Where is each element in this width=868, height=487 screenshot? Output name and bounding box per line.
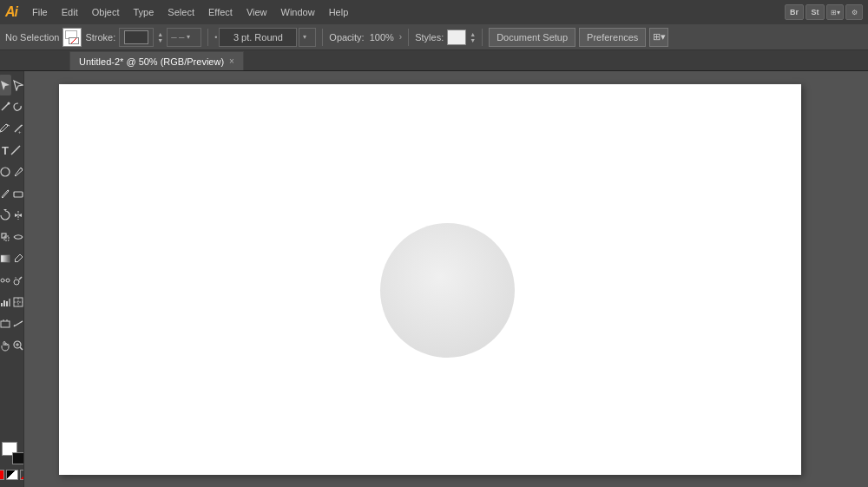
- styles-label: Styles:: [415, 32, 444, 43]
- workspace-button[interactable]: ⊞▾: [826, 4, 844, 20]
- canvas-area: [24, 71, 868, 487]
- svg-rect-16: [1, 255, 10, 262]
- lasso-tool[interactable]: [12, 96, 24, 117]
- preferences-button[interactable]: Preferences: [579, 28, 646, 47]
- stroke-label: Stroke:: [85, 32, 115, 43]
- gradient-tool[interactable]: [0, 248, 11, 269]
- svg-line-37: [20, 347, 23, 350]
- rotate-tool[interactable]: [0, 205, 11, 226]
- menu-select[interactable]: Select: [161, 5, 201, 19]
- eraser-tool[interactable]: [12, 183, 24, 204]
- menu-edit[interactable]: Edit: [56, 5, 84, 19]
- graph-tool[interactable]: [0, 292, 11, 313]
- svg-rect-23: [1, 303, 3, 306]
- tool-row-shapes: [2, 161, 22, 182]
- svg-rect-26: [9, 299, 10, 306]
- svg-rect-24: [3, 300, 5, 306]
- add-anchor-tool[interactable]: +: [12, 118, 24, 139]
- tool-row-blend: [2, 270, 22, 291]
- opacity-expand-button[interactable]: ›: [399, 32, 402, 42]
- opacity-value: 100%: [370, 32, 394, 43]
- menu-view[interactable]: View: [240, 5, 273, 19]
- artboard: [59, 84, 801, 475]
- zoom-tool[interactable]: [12, 335, 24, 356]
- symbol-sprayer-tool[interactable]: [12, 270, 24, 291]
- top-toolbar: No Selection Stroke: ▲ ▼ ─ ─ ▾ • ▾ Opaci…: [0, 24, 868, 50]
- menu-icons-group: Br St ⊞▾ ⚙: [785, 4, 863, 20]
- svg-line-7: [21, 168, 23, 169]
- menu-effect[interactable]: Effect: [202, 5, 239, 19]
- main-area: + T: [0, 71, 868, 487]
- kuler-icon[interactable]: ⚙: [845, 4, 863, 20]
- stroke-width-area: • ▾: [214, 28, 316, 47]
- menu-object[interactable]: Object: [86, 5, 126, 19]
- bridge-icons: Br St ⊞▾ ⚙: [785, 4, 863, 20]
- svg-point-6: [1, 168, 10, 176]
- tool-row-pen: +: [2, 118, 22, 139]
- opacity-label: Opacity:: [329, 32, 364, 43]
- hand-tool[interactable]: [0, 335, 11, 356]
- selection-tool[interactable]: [0, 75, 11, 95]
- background-color[interactable]: [12, 452, 24, 464]
- svg-line-8: [8, 190, 9, 191]
- menu-file[interactable]: File: [26, 5, 54, 19]
- color-fill-button[interactable]: [0, 470, 4, 480]
- line-tool[interactable]: [10, 140, 22, 161]
- menu-type[interactable]: Type: [128, 5, 161, 19]
- svg-rect-30: [1, 321, 10, 327]
- tool-row-pencil: [2, 183, 22, 204]
- ellipse-tool[interactable]: [0, 161, 11, 182]
- pen-tool[interactable]: [0, 118, 11, 139]
- svg-point-21: [15, 277, 16, 279]
- stroke-cap-dropdown[interactable]: ▾: [299, 28, 316, 47]
- menu-window[interactable]: Window: [275, 5, 321, 19]
- scale-tool[interactable]: [0, 227, 11, 247]
- measure-tool[interactable]: [12, 313, 24, 334]
- stroke-options-dropdown[interactable]: ─ ─ ▾: [167, 28, 201, 47]
- tool-row-gradient: [2, 248, 22, 269]
- type-tool[interactable]: T: [2, 140, 9, 161]
- styles-preview-box[interactable]: [447, 30, 466, 45]
- tool-row-nav: [2, 335, 22, 356]
- color-mode-row: [0, 470, 24, 480]
- stock-icon[interactable]: St: [806, 4, 825, 20]
- menu-help[interactable]: Help: [323, 5, 355, 19]
- blend-tool[interactable]: [0, 270, 11, 291]
- tool-row-wand: [2, 96, 22, 117]
- stroke-color-box[interactable]: [119, 28, 154, 47]
- direct-selection-tool[interactable]: [12, 75, 24, 95]
- tab-title: Untitled-2* @ 50% (RGB/Preview): [79, 56, 224, 67]
- slice-tool[interactable]: [12, 292, 24, 313]
- separator-4: [482, 29, 483, 46]
- tool-row-graph: [2, 292, 22, 313]
- stroke-spinners[interactable]: ▲ ▼: [157, 31, 163, 43]
- tool-row-transform: [2, 205, 22, 226]
- svg-line-0: [2, 103, 9, 110]
- pencil-tool[interactable]: [0, 183, 11, 204]
- paintbrush-tool[interactable]: [12, 161, 24, 182]
- styles-spinners[interactable]: ▲ ▼: [470, 31, 476, 43]
- bridge-icon[interactable]: Br: [785, 4, 804, 20]
- tab-close-button[interactable]: ×: [229, 56, 234, 66]
- artboard-tool[interactable]: [0, 313, 11, 334]
- tab-untitled2[interactable]: Untitled-2* @ 50% (RGB/Preview) ×: [69, 51, 244, 70]
- circle-object[interactable]: [380, 223, 515, 358]
- svg-rect-25: [6, 301, 8, 306]
- reflect-tool[interactable]: [12, 205, 24, 226]
- tool-row-distort: [2, 227, 22, 247]
- svg-marker-13: [18, 214, 22, 217]
- separator-2: [322, 29, 323, 46]
- magic-wand-tool[interactable]: [0, 96, 11, 117]
- selection-label: No Selection: [5, 32, 59, 43]
- fill-color-box[interactable]: [62, 28, 82, 47]
- separator-1: [207, 29, 208, 46]
- arrange-button[interactable]: ⊞▾: [649, 28, 668, 47]
- gradient-fill-button[interactable]: [6, 470, 18, 480]
- color-swatches: ↗: [2, 435, 22, 484]
- separator-3: [408, 29, 409, 46]
- svg-rect-9: [14, 192, 23, 197]
- stroke-width-input[interactable]: [219, 28, 297, 47]
- document-setup-button[interactable]: Document Setup: [489, 28, 575, 47]
- warp-tool[interactable]: [12, 227, 24, 247]
- eyedropper-tool[interactable]: [12, 248, 24, 269]
